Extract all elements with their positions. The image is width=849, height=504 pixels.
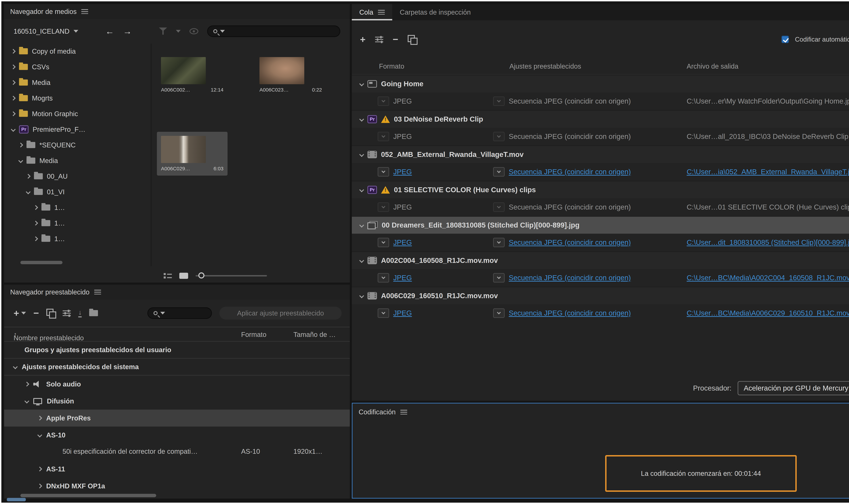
preset-dropdown[interactable] (493, 167, 505, 177)
format-link[interactable]: JPEG (389, 238, 493, 247)
tree-horizontal-scrollbar[interactable] (20, 261, 62, 264)
tree-item-csvs[interactable]: CSVs (4, 59, 151, 75)
chevron-right-icon[interactable] (37, 484, 42, 488)
output-path-link[interactable]: C:\User…dit_1808310085 (Stitched Clip)[0… (683, 238, 849, 247)
zoom-slider-knob[interactable] (198, 272, 204, 278)
chevron-down-icon[interactable] (359, 293, 364, 298)
format-link[interactable]: JPEG (389, 274, 493, 282)
output-path-link[interactable]: C:\User…ia\052_AMB_External_Rwanda_Villa… (683, 168, 849, 176)
auto-encode-checkbox[interactable] (781, 36, 789, 43)
list-view-button[interactable] (164, 272, 172, 279)
tree-item-00-audio[interactable]: 00_AU (4, 168, 151, 184)
format-dropdown[interactable] (378, 167, 389, 177)
preset-dropdown[interactable] (493, 202, 505, 212)
chevron-down-icon[interactable] (13, 364, 18, 369)
queue-output-row[interactable]: JPEG Secuencia JPEG (coincidir con orige… (352, 269, 849, 287)
chevron-down-icon[interactable] (18, 158, 23, 163)
filter-chevron-icon[interactable] (176, 30, 181, 33)
media-thumbnail[interactable]: A006C002…12:14 (157, 53, 228, 97)
tree-item-media[interactable]: Media (4, 75, 151, 90)
tree-item-subfolder-2[interactable]: 1… (4, 215, 151, 231)
preset-link[interactable]: Secuencia JPEG (coincidir con origen) (505, 309, 683, 317)
tree-item-media-bin[interactable]: Media (4, 153, 151, 168)
chevron-down-icon[interactable] (26, 190, 31, 194)
queue-source-row-selected[interactable]: 00 Dreamers_Edit_1808310085 (Stitched Cl… (352, 216, 849, 234)
queue-source-row[interactable]: A002C004_160508_R1JC.mov.mov (352, 251, 849, 269)
reveal-preset-button[interactable] (89, 310, 98, 316)
chevron-down-icon[interactable] (359, 258, 364, 263)
remove-preset-button[interactable]: − (33, 308, 39, 318)
chevron-right-icon[interactable] (11, 111, 16, 116)
preset-horizontal-scrollbar[interactable] (20, 494, 156, 497)
import-preset-button[interactable]: ↓ (78, 309, 82, 317)
preset-group-broadcast[interactable]: Difusión (4, 393, 350, 410)
encoding-header[interactable]: Codificación (353, 403, 849, 416)
chevron-down-icon[interactable] (37, 433, 42, 437)
queue-source-row[interactable]: Going Home (352, 75, 849, 92)
preset-link[interactable]: Secuencia JPEG (coincidir con origen) (505, 203, 683, 211)
format-link[interactable]: JPEG (389, 132, 493, 141)
column-format[interactable]: Formato (241, 331, 266, 338)
chevron-right-icon[interactable] (37, 467, 42, 471)
preset-link[interactable]: Secuencia JPEG (coincidir con origen) (505, 132, 683, 141)
queue-source-row[interactable]: 052_AMB_External_Rwanda_VillageT.mov (352, 145, 849, 163)
add-source-button[interactable]: + (360, 35, 365, 44)
remove-button[interactable]: − (393, 35, 398, 44)
queue-output-row[interactable]: JPEG Secuencia JPEG (coincidir con orige… (352, 92, 849, 110)
chevron-down-icon[interactable] (359, 223, 364, 228)
preset-dropdown[interactable] (493, 132, 505, 141)
preset-group-apple-prores[interactable]: Apple ProRes (4, 410, 350, 427)
queue-output-row[interactable]: JPEG Secuencia JPEG (coincidir con orige… (352, 128, 849, 145)
add-preset-chevron-icon[interactable] (21, 312, 26, 314)
chevron-down-icon[interactable] (24, 399, 29, 403)
thumbnail-view-button[interactable] (179, 273, 188, 279)
preset-dropdown[interactable] (493, 308, 505, 318)
preset-search-input[interactable] (147, 307, 212, 319)
tree-item-copy-of-media[interactable]: Copy of media (4, 43, 151, 59)
add-output-button[interactable] (375, 36, 383, 43)
chevron-right-icon[interactable] (18, 143, 23, 147)
chevron-down-icon[interactable] (359, 117, 364, 122)
chevron-right-icon[interactable] (11, 96, 16, 101)
preset-settings-button[interactable] (62, 310, 71, 317)
format-link[interactable]: JPEG (389, 168, 493, 176)
format-dropdown[interactable] (378, 96, 389, 106)
column-output[interactable]: Archivo de salida (687, 62, 738, 70)
add-preset-button[interactable]: + (14, 308, 19, 318)
column-name[interactable]: Nombre preestablecido ↑ (14, 331, 17, 338)
chevron-right-icon[interactable] (37, 416, 42, 420)
tab-queue[interactable]: Cola (352, 4, 392, 20)
tree-item-motion-graphic[interactable]: Motion Graphic (4, 106, 151, 122)
chevron-right-icon[interactable] (26, 174, 31, 179)
queue-output-row[interactable]: JPEG Secuencia JPEG (coincidir con orige… (352, 234, 849, 251)
output-path-link[interactable]: C:\User…BC\Media\A002C004_160508_R1JC.mo… (683, 274, 849, 282)
preset-item-50i[interactable]: 50i especificación del corrector de comp… (4, 444, 350, 461)
format-dropdown[interactable] (378, 132, 389, 141)
panel-menu-icon[interactable] (82, 9, 88, 14)
column-format[interactable]: Formato (379, 62, 404, 70)
back-button[interactable]: ← (105, 27, 114, 36)
preset-link[interactable]: Secuencia JPEG (coincidir con origen) (505, 238, 683, 247)
tree-item-subfolder-1[interactable]: 1… (4, 200, 151, 215)
media-browser-header[interactable]: Navegador de medios (4, 4, 350, 19)
preset-group-as10[interactable]: AS-10 (4, 427, 350, 444)
preset-link[interactable]: Secuencia JPEG (coincidir con origen) (505, 274, 683, 282)
preset-dropdown[interactable] (493, 238, 505, 247)
tree-item-01-video[interactable]: 01_VI (4, 184, 151, 200)
chevron-right-icon[interactable] (24, 382, 29, 386)
output-path-link[interactable]: C:\User…01 SELECTIVE COLOR (Hue Curves) … (683, 203, 849, 211)
preset-group-as11[interactable]: AS-11 (4, 461, 350, 478)
queue-source-row[interactable]: Pr 01 SELECTIVE COLOR (Hue Curves) clips (352, 181, 849, 198)
location-dropdown[interactable]: 160510_ICELAND (14, 28, 96, 35)
output-path-link[interactable]: C:\User…all_2018_IBC\03 DeNoise DeReverb… (683, 132, 849, 141)
tab-watch-folders[interactable]: Carpetas de inspección (392, 4, 478, 20)
format-dropdown[interactable] (378, 202, 389, 212)
media-thumbnail[interactable]: A006C023…0:22 (255, 53, 326, 97)
chevron-right-icon[interactable] (33, 236, 38, 241)
apply-preset-button[interactable]: Aplicar ajuste preestablecido (219, 307, 342, 320)
new-group-button[interactable] (46, 309, 55, 318)
output-path-link[interactable]: C:\User…er\My WatchFolder\Output\Going H… (683, 97, 849, 105)
queue-output-row[interactable]: JPEG Secuencia JPEG (coincidir con orige… (352, 163, 849, 181)
preset-link[interactable]: Secuencia JPEG (coincidir con origen) (505, 97, 683, 105)
format-link[interactable]: JPEG (389, 309, 493, 317)
